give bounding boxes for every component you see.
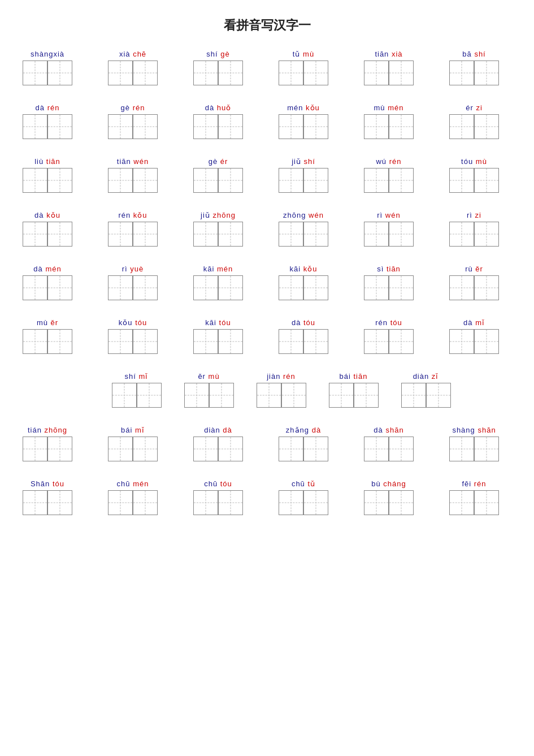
char-box-r0-3-1[interactable] [303,61,328,85]
char-box-r4-5-0[interactable] [449,275,474,300]
char-box-r7-1-1[interactable] [133,437,158,461]
char-box-r3-2-0[interactable] [193,222,218,247]
char-box-r7-0-1[interactable] [47,437,72,461]
char-box-r5-4-1[interactable] [389,329,414,354]
char-box-r7-3-0[interactable] [279,437,303,461]
char-box-r6-4-1[interactable] [426,383,451,408]
char-box-r6-0-1[interactable] [137,383,162,408]
char-box-r6-3-1[interactable] [354,383,379,408]
char-box-r1-3-0[interactable] [279,114,303,139]
char-box-r7-1-0[interactable] [108,437,133,461]
char-box-r4-1-0[interactable] [108,275,133,300]
char-box-r8-0-1[interactable] [47,490,72,515]
char-box-r2-3-0[interactable] [279,168,303,193]
char-box-r0-1-1[interactable] [133,61,158,85]
char-box-r2-5-1[interactable] [474,168,499,193]
char-box-r8-4-0[interactable] [364,490,389,515]
char-box-r0-0-1[interactable] [47,61,72,85]
char-box-r2-0-1[interactable] [47,168,72,193]
char-box-r1-4-0[interactable] [364,114,389,139]
char-box-r4-3-1[interactable] [303,275,328,300]
char-box-r4-4-0[interactable] [364,275,389,300]
char-box-r1-0-0[interactable] [23,114,47,139]
char-box-r3-3-1[interactable] [303,222,328,247]
char-box-r0-0-0[interactable] [23,61,47,85]
char-box-r5-1-1[interactable] [133,329,158,354]
char-box-r2-4-1[interactable] [389,168,414,193]
char-box-r4-2-1[interactable] [218,275,243,300]
char-box-r2-2-1[interactable] [218,168,243,193]
char-box-r6-4-0[interactable] [401,383,426,408]
char-box-r5-2-1[interactable] [218,329,243,354]
char-box-r2-1-0[interactable] [108,168,133,193]
char-box-r4-3-0[interactable] [279,275,303,300]
char-box-r1-5-1[interactable] [474,114,499,139]
char-box-r2-1-1[interactable] [133,168,158,193]
char-box-r4-5-1[interactable] [474,275,499,300]
char-box-r3-4-1[interactable] [389,222,414,247]
char-box-r0-2-1[interactable] [218,61,243,85]
char-box-r6-2-1[interactable] [281,383,306,408]
char-box-r4-4-1[interactable] [389,275,414,300]
char-box-r0-2-0[interactable] [193,61,218,85]
char-box-r4-0-1[interactable] [47,275,72,300]
char-box-r0-1-0[interactable] [108,61,133,85]
char-box-r8-1-0[interactable] [108,490,133,515]
char-box-r8-2-0[interactable] [193,490,218,515]
char-box-r6-1-0[interactable] [184,383,209,408]
char-box-r3-0-1[interactable] [47,222,72,247]
char-box-r7-5-0[interactable] [449,437,474,461]
char-box-r4-1-1[interactable] [133,275,158,300]
char-box-r1-1-1[interactable] [133,114,158,139]
char-box-r7-5-1[interactable] [474,437,499,461]
char-box-r3-1-1[interactable] [133,222,158,247]
char-box-r7-2-0[interactable] [193,437,218,461]
char-box-r5-3-0[interactable] [279,329,303,354]
char-box-r7-4-1[interactable] [389,437,414,461]
char-box-r6-2-0[interactable] [257,383,281,408]
char-box-r0-5-1[interactable] [474,61,499,85]
char-box-r1-3-1[interactable] [303,114,328,139]
char-box-r8-0-0[interactable] [23,490,47,515]
char-box-r7-4-0[interactable] [364,437,389,461]
char-box-r5-0-0[interactable] [23,329,47,354]
char-box-r7-3-1[interactable] [303,437,328,461]
char-box-r0-3-0[interactable] [279,61,303,85]
char-box-r5-5-1[interactable] [474,329,499,354]
char-box-r0-4-0[interactable] [364,61,389,85]
char-box-r7-2-1[interactable] [218,437,243,461]
char-box-r2-0-0[interactable] [23,168,47,193]
char-box-r1-0-1[interactable] [47,114,72,139]
char-box-r4-2-0[interactable] [193,275,218,300]
char-box-r3-1-0[interactable] [108,222,133,247]
char-box-r2-3-1[interactable] [303,168,328,193]
char-box-r5-3-1[interactable] [303,329,328,354]
char-box-r3-4-0[interactable] [364,222,389,247]
char-box-r2-5-0[interactable] [449,168,474,193]
char-box-r3-5-1[interactable] [474,222,499,247]
char-box-r2-2-0[interactable] [193,168,218,193]
char-box-r8-3-0[interactable] [279,490,303,515]
char-box-r3-0-0[interactable] [23,222,47,247]
char-box-r6-3-0[interactable] [329,383,354,408]
char-box-r3-5-0[interactable] [449,222,474,247]
char-box-r8-2-1[interactable] [218,490,243,515]
char-box-r1-4-1[interactable] [389,114,414,139]
char-box-r7-0-0[interactable] [23,437,47,461]
char-box-r8-5-0[interactable] [449,490,474,515]
char-box-r4-0-0[interactable] [23,275,47,300]
char-box-r8-4-1[interactable] [389,490,414,515]
char-box-r1-5-0[interactable] [449,114,474,139]
char-box-r0-5-0[interactable] [449,61,474,85]
char-box-r1-1-0[interactable] [108,114,133,139]
char-box-r3-3-0[interactable] [279,222,303,247]
char-box-r8-3-1[interactable] [303,490,328,515]
char-box-r1-2-1[interactable] [218,114,243,139]
char-box-r6-0-0[interactable] [112,383,137,408]
char-box-r5-4-0[interactable] [364,329,389,354]
char-box-r8-1-1[interactable] [133,490,158,515]
char-box-r3-2-1[interactable] [218,222,243,247]
char-box-r0-4-1[interactable] [389,61,414,85]
char-box-r5-5-0[interactable] [449,329,474,354]
char-box-r1-2-0[interactable] [193,114,218,139]
